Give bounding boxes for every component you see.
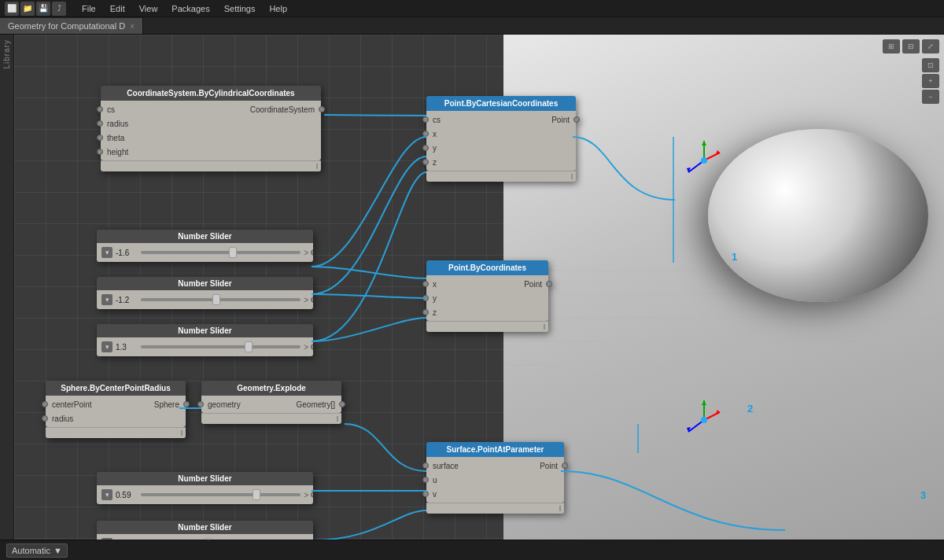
run-mode-dropdown[interactable]: Automatic ▼ — [6, 543, 68, 558]
slider-1-out-port[interactable] — [311, 249, 313, 256]
ge-out-port[interactable] — [339, 401, 345, 407]
slider-2-gt: > — [304, 296, 308, 304]
coordinate-system-header: CoordinateSystem.ByCylindricalCoordinate… — [101, 86, 321, 101]
theta-row: theta — [101, 131, 321, 145]
slider-4-out-port[interactable] — [311, 492, 313, 498]
zoom-in-btn[interactable]: + — [922, 74, 939, 88]
menu-packages[interactable]: Packages — [165, 2, 216, 15]
slider-3-header: Number Slider — [97, 324, 313, 337]
surface-point-node: Surface.PointAtParameter surface Point u… — [426, 442, 564, 514]
slider-1-thumb[interactable] — [229, 247, 237, 258]
sphere-cp-in-port[interactable] — [42, 401, 48, 407]
pbc-out-port[interactable] — [573, 116, 580, 123]
canvas[interactable]: 1 2 3 ⊞ ⊟ ⤢ ⊡ + − — [14, 35, 944, 540]
slider-5: Number Slider ▾ 0.33 > — [97, 521, 313, 540]
point-by-cartesian-body: cs Point x y z — [426, 111, 576, 171]
menu-edit[interactable]: Edit — [104, 2, 131, 15]
viewport-maximize-btn[interactable]: ⤢ — [922, 39, 939, 53]
slider-1-gt: > — [304, 249, 308, 257]
point-by-coordinates-footer: l — [426, 321, 548, 332]
svg-marker-27 — [702, 141, 706, 146]
slider-4-arrow[interactable]: ▾ — [101, 489, 112, 500]
tab-close-button[interactable]: × — [130, 22, 135, 31]
point-by-coordinates-header: Point.ByCoordinates — [426, 260, 548, 275]
menu-view[interactable]: View — [133, 2, 164, 15]
axes-top — [680, 137, 728, 184]
coordinate-system-body: cs CoordinateSystem radius theta height — [101, 101, 321, 160]
run-mode-label: Automatic — [12, 546, 50, 555]
sphere-out-port[interactable] — [183, 401, 190, 407]
surface-point-header: Surface.PointAtParameter — [426, 442, 564, 457]
library-label: Library — [2, 39, 11, 69]
pbc2-x-in-port[interactable] — [422, 281, 429, 287]
pbc-cs-in-port[interactable] — [422, 116, 429, 123]
slider-5-arrow[interactable]: ▾ — [101, 538, 112, 540]
pbc2-out-port[interactable] — [546, 281, 552, 287]
slider-5-thumb[interactable] — [205, 538, 212, 540]
sphere-cp-row: centerPoint Sphere — [46, 397, 186, 411]
pbc2-z-in-port[interactable] — [422, 309, 429, 315]
sp-u-row: u — [426, 473, 564, 487]
save-icon[interactable]: 💾 — [36, 2, 50, 16]
sp-surface-in-port[interactable] — [422, 462, 429, 469]
zoom-fit-btn[interactable]: ⊡ — [922, 58, 939, 72]
open-icon[interactable]: 📁 — [20, 2, 35, 16]
svg-line-16 — [724, 271, 834, 522]
axes-bottom — [680, 396, 728, 444]
ge-geometry-row: geometry Geometry[] — [201, 397, 341, 411]
slider-3-gt: > — [304, 343, 308, 352]
slider-2-thumb[interactable] — [212, 294, 220, 305]
slider-2-track[interactable] — [141, 298, 301, 301]
sphere-radius-row: radius — [46, 411, 186, 426]
geometry-explode-footer: l — [201, 413, 341, 424]
sp-out-port[interactable] — [562, 462, 568, 469]
viewport-camera-btn[interactable]: ⊞ — [883, 39, 900, 53]
point-by-coordinates-body: x Point y z — [426, 275, 548, 321]
pbc-y-in-port[interactable] — [422, 145, 429, 151]
menu-help[interactable]: Help — [263, 2, 293, 15]
geometry-explode-header: Geometry.Explode — [201, 381, 341, 396]
pbc-x-in-port[interactable] — [422, 131, 429, 137]
slider-3-track[interactable] — [141, 345, 301, 348]
slider-1-track[interactable] — [141, 251, 301, 254]
sphere-body: centerPoint Sphere radius — [46, 396, 186, 427]
menu-settings[interactable]: Settings — [218, 2, 262, 15]
radius-in-port[interactable] — [97, 120, 103, 127]
theta-in-port[interactable] — [97, 134, 103, 141]
menu-file[interactable]: File — [76, 2, 102, 15]
new-icon[interactable]: ⬜ — [5, 2, 19, 16]
zoom-out-btn[interactable]: − — [922, 90, 939, 104]
cs-in-port[interactable] — [97, 106, 103, 112]
ge-geometry-in-port[interactable] — [197, 401, 204, 407]
slider-4-thumb[interactable] — [253, 489, 260, 500]
slider-5-header: Number Slider — [97, 521, 313, 534]
slider-4-track[interactable] — [141, 493, 301, 496]
sphere-radius-in-port[interactable] — [42, 415, 48, 422]
svg-point-29 — [701, 157, 707, 164]
svg-line-20 — [900, 271, 922, 522]
main-tab[interactable]: Geometry for Computational D × — [0, 18, 143, 34]
slider-2-arrow[interactable]: ▾ — [101, 294, 112, 305]
slider-3: Number Slider ▾ 1.3 > — [97, 324, 313, 356]
export-icon[interactable]: ⤴ — [52, 2, 66, 16]
slider-3-value: 1.3 — [116, 343, 138, 352]
coordinate-system-node: CoordinateSystem.ByCylindricalCoordinate… — [101, 86, 321, 171]
slider-4: Number Slider ▾ 0.59 > — [97, 472, 313, 504]
slider-3-thumb[interactable] — [245, 341, 253, 352]
pbc2-y-in-port[interactable] — [422, 295, 429, 301]
sphere-node: Sphere.ByCenterPointRadius centerPoint S… — [46, 381, 186, 438]
slider-2-out-port[interactable] — [311, 297, 313, 303]
sp-v-in-port[interactable] — [422, 491, 429, 497]
slider-3-out-port[interactable] — [311, 344, 313, 350]
height-in-port[interactable] — [97, 149, 103, 155]
pbc2-z-row: z — [426, 305, 548, 319]
slider-1-arrow[interactable]: ▾ — [101, 247, 112, 258]
sp-u-in-port[interactable] — [422, 477, 429, 483]
slider-3-arrow[interactable]: ▾ — [101, 341, 112, 352]
slider-2-value: -1.2 — [116, 296, 138, 304]
pbc-z-in-port[interactable] — [422, 159, 429, 165]
main-area: Library — [0, 35, 944, 540]
viewport-layout-btn[interactable]: ⊟ — [902, 39, 920, 53]
surface-point-body: surface Point u v — [426, 457, 564, 503]
cs-out-port[interactable] — [319, 106, 325, 112]
